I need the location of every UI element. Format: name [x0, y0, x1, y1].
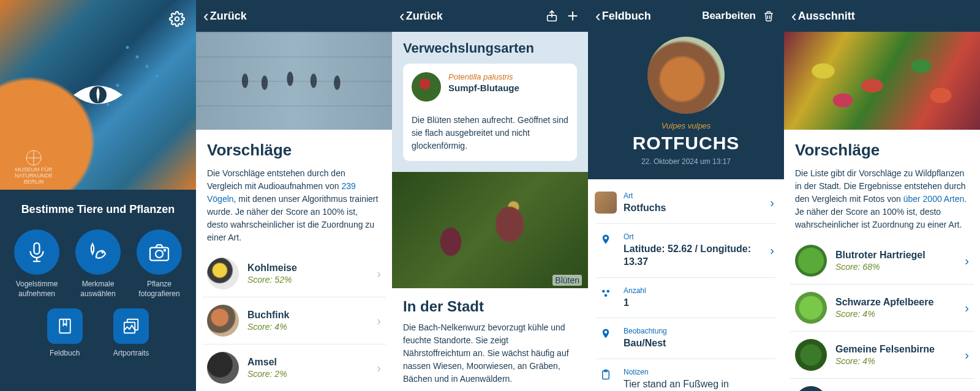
svg-point-7	[164, 250, 165, 251]
plant-thumbnail	[795, 339, 827, 371]
back-button[interactable]: ‹Ausschnitt	[791, 8, 855, 24]
svg-point-13	[605, 294, 608, 297]
svg-rect-8	[59, 319, 70, 333]
share-button[interactable]	[544, 8, 560, 24]
fieldbook-button[interactable]: Feldbuch	[47, 308, 83, 359]
common-name: Sumpf-Blutauge	[448, 83, 568, 93]
microphone-icon	[26, 241, 48, 263]
suggestion-row[interactable]: Gemeine FelsenbirneScore: 4% ›	[790, 332, 974, 379]
chevron-right-icon: ›	[377, 361, 381, 375]
bird-thumbnail	[207, 258, 239, 289]
question-mark-icon: ?	[795, 386, 827, 391]
suggestion-row[interactable]: KohlmeiseScore: 52% ›	[202, 250, 386, 297]
add-button[interactable]	[565, 8, 581, 24]
species-count-link[interactable]: über 2000 Arten	[903, 194, 965, 204]
field-count: Anzahl1	[597, 278, 775, 319]
app-logo-icon	[70, 80, 126, 110]
leaf-bird-icon	[87, 241, 109, 263]
chevron-right-icon: ›	[965, 301, 969, 315]
field-location[interactable]: OrtLatitude: 52.62 / Longitude: 13.37 ›	[597, 224, 775, 278]
svg-point-11	[602, 290, 605, 293]
species-thumbnail	[412, 72, 441, 102]
suggestion-row[interactable]: Schwarze ApfelbeereScore: 4% ›	[790, 285, 974, 332]
chevron-left-icon: ‹	[399, 8, 405, 24]
clipboard-icon	[598, 368, 614, 380]
observation-photo	[647, 37, 725, 114]
chevron-right-icon: ›	[377, 314, 381, 328]
spectrogram-image	[196, 32, 392, 130]
count-icon	[598, 286, 614, 299]
back-button[interactable]: ‹Feldbuch	[595, 8, 651, 24]
plant-photo	[784, 32, 980, 130]
suggestions-description: Die Liste gibt dir Vorschläge zu Wildpfl…	[795, 167, 969, 231]
record-bird-button[interactable]: Vogelstimmeaufnehmen	[6, 229, 67, 299]
scientific-name: Potentilla palustris	[448, 72, 568, 81]
species-name: ROTFUCHS	[594, 133, 778, 154]
photograph-plant-button[interactable]: Pflanzefotografieren	[129, 229, 190, 299]
delete-button[interactable]	[761, 8, 777, 24]
museum-text: BERLIN	[24, 179, 44, 185]
observation-detail-screen: ‹Feldbuch Bearbeiten Vulpes vulpes ROTFU…	[588, 0, 784, 391]
chevron-left-icon: ‹	[791, 8, 797, 24]
bird-thumbnail	[207, 352, 239, 384]
share-icon	[545, 9, 559, 23]
select-features-button[interactable]: Merkmaleauswählen	[67, 229, 129, 299]
plant-thumbnail	[795, 292, 827, 324]
city-heading: In der Stadt	[403, 298, 577, 315]
edit-button[interactable]: Bearbeiten	[702, 10, 756, 22]
confusion-description: Die Blüten stehen aufrecht. Geöffnet sin…	[412, 114, 568, 152]
confusion-heading: Verwechslungsarten	[403, 40, 577, 56]
species-portraits-button[interactable]: Artportraits	[113, 308, 149, 359]
suggestions-heading: Vorschläge	[207, 141, 381, 160]
species-detail-screen: ‹Zurück Verwechslungsarten Potentilla pa…	[392, 0, 588, 391]
svg-point-4	[102, 251, 103, 253]
chevron-right-icon: ›	[965, 348, 969, 362]
plant-thumbnail	[795, 245, 827, 277]
chevron-right-icon: ›	[377, 267, 381, 281]
camera-icon	[148, 241, 170, 263]
audio-suggestions-screen: ‹Zurück Vorschläge Die Vorschläge entste…	[196, 0, 392, 391]
back-button[interactable]: ‹Zurück	[203, 8, 247, 24]
suggestion-row[interactable]: Blutroter HartriegelScore: 68% ›	[790, 237, 974, 285]
settings-button[interactable]	[169, 11, 185, 27]
museum-text: NATURKUNDE	[15, 173, 53, 179]
none-of-suggestions-row[interactable]: ? Keiner der Vorschläge ›	[790, 379, 974, 391]
hero-image: MUSEUM FÜR NATURKUNDE BERLIN	[0, 0, 196, 190]
museum-logo: MUSEUM FÜR NATURKUNDE BERLIN	[9, 150, 58, 181]
chevron-right-icon: ›	[965, 254, 969, 268]
svg-point-0	[175, 17, 179, 21]
photo-caption: Blüten	[552, 275, 582, 286]
field-species[interactable]: ArtRotfuchs ›	[597, 183, 775, 224]
location-pin-icon	[598, 327, 614, 339]
museum-text: MUSEUM FÜR	[15, 166, 53, 173]
species-thumbnail	[595, 192, 617, 214]
field-notes: NotizenTier stand an Fußweg in Landschaf…	[597, 359, 775, 391]
suggestion-row[interactable]: AmselScore: 2% ›	[202, 344, 386, 391]
gallery-icon	[122, 317, 140, 335]
city-text: Die Bach-Nelkenwurz bevorzugt kühle und …	[403, 321, 577, 385]
home-title: Bestimme Tiere und Pflanzen	[6, 203, 190, 216]
chevron-right-icon: ›	[770, 244, 774, 258]
trash-icon	[763, 10, 775, 22]
species-photo: Blüten	[392, 172, 588, 288]
suggestions-heading: Vorschläge	[795, 141, 969, 160]
svg-point-6	[156, 250, 163, 258]
svg-point-12	[607, 290, 610, 293]
observation-date: 22. Oktober 2024 um 13:17	[594, 157, 778, 166]
scientific-name: Vulpes vulpes	[594, 121, 778, 130]
suggestion-row[interactable]: BuchfinkScore: 4% ›	[202, 297, 386, 344]
bookmark-book-icon	[56, 317, 74, 335]
plus-icon	[566, 9, 579, 23]
home-screen: MUSEUM FÜR NATURKUNDE BERLIN Bestimme Ti…	[0, 0, 196, 391]
chevron-left-icon: ‹	[203, 8, 209, 24]
svg-rect-3	[34, 243, 40, 254]
suggestions-description: Die Vorschläge entstehen durch den Vergl…	[207, 167, 381, 244]
bird-thumbnail	[207, 305, 239, 337]
location-pin-icon	[598, 233, 614, 245]
plant-suggestions-screen: ‹Ausschnitt Vorschläge Die Liste gibt di…	[784, 0, 980, 391]
confusion-card[interactable]: Potentilla palustris Sumpf-Blutauge Die …	[403, 64, 577, 161]
chevron-right-icon: ›	[770, 196, 774, 210]
back-button[interactable]: ‹Zurück	[399, 8, 443, 24]
field-observation: BeobachtungBau/Nest	[597, 318, 775, 359]
chevron-left-icon: ‹	[595, 8, 601, 24]
